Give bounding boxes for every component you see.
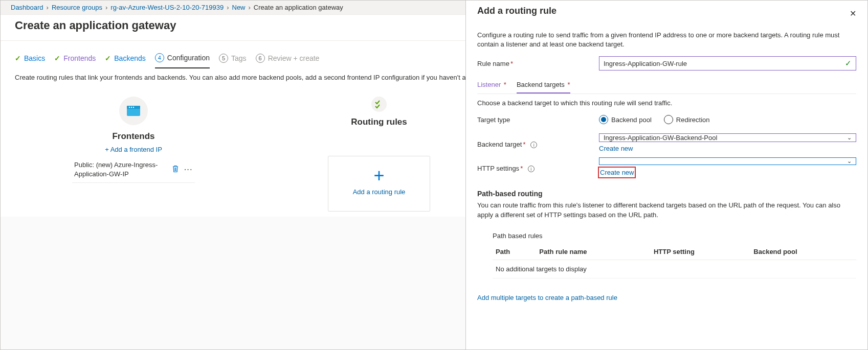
empty-row-text: No additional targets to display	[493, 260, 856, 278]
frontends-column: Frontends + Add a frontend IP Public: (n…	[72, 97, 195, 212]
check-icon: ✓	[105, 54, 111, 62]
info-icon[interactable]: i	[530, 142, 537, 148]
step-label: Review + create	[268, 54, 320, 62]
panel-title: Add a routing rule	[477, 6, 557, 16]
frontends-icon	[119, 97, 148, 125]
backend-target-select[interactable]: Ingress-Application-GW-Backend-Pool ⌄	[599, 133, 856, 142]
add-frontend-ip-link[interactable]: + Add a frontend IP	[105, 146, 162, 153]
info-icon[interactable]: i	[528, 166, 535, 172]
rule-name-value: Ingress-Application-GW-rule	[604, 60, 687, 67]
path-based-routing-title: Path-based routing	[477, 190, 856, 198]
step-label: Backends	[114, 54, 145, 62]
chevron-right-icon: ›	[227, 4, 229, 11]
radio-redirection[interactable]: Redirection	[664, 115, 710, 124]
chevron-right-icon: ›	[47, 4, 49, 11]
col-http-setting: HTTP setting	[651, 244, 750, 260]
http-settings-select[interactable]: ⌄	[599, 157, 856, 165]
backend-target-label: Backend target* i	[477, 133, 599, 148]
add-routing-rule-link[interactable]: Add a routing rule	[353, 188, 406, 196]
path-rules-table: Path Path rule name HTTP setting Backend…	[493, 244, 856, 278]
chevron-right-icon: ›	[105, 4, 107, 11]
http-settings-label: HTTP settings* i	[477, 157, 599, 172]
more-icon[interactable]: ···	[184, 166, 193, 173]
step-number: 5	[219, 54, 228, 63]
target-type-label: Target type	[477, 116, 599, 124]
tab-listener[interactable]: Listener *	[477, 78, 506, 94]
step-configuration[interactable]: 4 Configuration	[155, 50, 210, 68]
routing-column: Routing rules + Add a routing rule	[328, 97, 430, 212]
step-label: Configuration	[167, 54, 210, 62]
radio-label: Redirection	[676, 116, 710, 124]
backend-target-value: Ingress-Application-GW-Backend-Pool	[604, 134, 717, 142]
rule-name-input[interactable]: Ingress-Application-GW-rule ✓	[599, 56, 856, 71]
frontend-ip-text: Public: (new) Azure-Ingress-Application-…	[74, 160, 167, 178]
step-label: Frontends	[63, 54, 96, 62]
create-new-backend-target-link[interactable]: Create new	[599, 145, 856, 152]
plus-icon: +	[373, 167, 384, 185]
step-label: Basics	[24, 54, 45, 62]
chevron-down-icon: ⌄	[847, 134, 852, 141]
path-based-routing-desc: You can route traffic from this rule's l…	[477, 201, 856, 219]
path-rules-table-title: Path based rules	[493, 232, 856, 240]
valid-check-icon: ✓	[845, 59, 852, 68]
col-path-rule-name: Path rule name	[536, 244, 651, 260]
panel-lead-text: Configure a routing rule to send traffic…	[477, 31, 856, 49]
chevron-down-icon: ⌄	[847, 158, 852, 165]
radio-label: Backend pool	[611, 116, 652, 124]
radio-unselected-icon	[664, 115, 673, 124]
svg-point-2	[129, 107, 130, 108]
step-number: 4	[155, 53, 164, 62]
col-backend-pool: Backend pool	[750, 244, 856, 260]
delete-icon[interactable]	[172, 165, 179, 174]
radio-backend-pool[interactable]: Backend pool	[599, 115, 652, 124]
routing-rules-icon	[371, 97, 387, 112]
breadcrumb-link[interactable]: rg-av-Azure-West-US-2-10-20-719939	[110, 4, 224, 11]
svg-point-3	[131, 107, 132, 108]
radio-selected-icon	[599, 115, 608, 124]
chevron-right-icon: ›	[249, 4, 251, 11]
close-icon[interactable]: ✕	[850, 9, 856, 18]
check-icon: ✓	[54, 54, 60, 62]
tab-backend-targets[interactable]: Backend targets *	[517, 78, 570, 94]
frontends-title: Frontends	[112, 131, 154, 142]
step-number: 6	[256, 54, 265, 63]
frontend-ip-item: Public: (new) Azure-Ingress-Application-…	[72, 156, 195, 183]
create-new-http-settings-link[interactable]: Create new	[599, 168, 635, 177]
step-review[interactable]: 6 Review + create	[256, 50, 320, 68]
rule-name-label: Rule name*	[477, 60, 599, 67]
panel-tabs: Listener * Backend targets *	[477, 78, 856, 94]
svg-point-4	[133, 107, 134, 108]
add-routing-rule-panel: Add a routing rule ✕ Configure a routing…	[465, 1, 867, 349]
breadcrumb-link[interactable]: New	[232, 4, 246, 11]
table-row-empty: No additional targets to display	[493, 260, 856, 278]
add-multiple-targets-link[interactable]: Add multiple targets to create a path-ba…	[477, 294, 617, 301]
choose-backend-text: Choose a backend target to which this ro…	[477, 99, 856, 107]
step-backends[interactable]: ✓ Backends	[105, 50, 145, 68]
step-tags[interactable]: 5 Tags	[219, 50, 247, 68]
step-basics[interactable]: ✓ Basics	[15, 50, 45, 68]
breadcrumb-link[interactable]: Resource groups	[52, 4, 102, 11]
step-frontends[interactable]: ✓ Frontends	[54, 50, 96, 68]
col-path: Path	[493, 244, 536, 260]
breadcrumb-link[interactable]: Dashboard	[11, 4, 43, 11]
breadcrumb-current: Create an application gateway	[254, 4, 343, 11]
step-label: Tags	[231, 54, 247, 62]
routing-title: Routing rules	[351, 117, 407, 127]
check-icon: ✓	[15, 54, 21, 62]
add-routing-rule-card[interactable]: + Add a routing rule	[328, 156, 430, 212]
